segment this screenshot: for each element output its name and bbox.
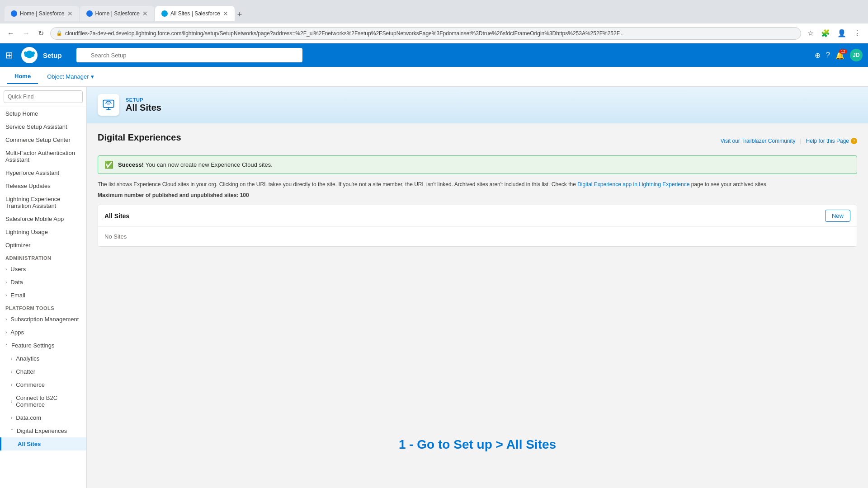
sites-table-body: No Sites [98,227,857,246]
platform-section-header: PLATFORM TOOLS [0,302,86,313]
chevron-down-icon-2: ˅ [5,343,8,348]
chevron-right-icon-7: › [11,369,12,374]
tab-favicon-3 [161,10,168,17]
salesforce-logo [21,47,38,63]
sidebar-item-connect-b2c[interactable]: › Connect to B2C Commerce [0,391,86,411]
sidebar-item-lightning-usage[interactable]: Lightning Usage [0,225,86,239]
sidebar-item-optimizer[interactable]: Optimizer [0,239,86,252]
main-layout: Setup Home Service Setup Assistant Comme… [0,87,868,488]
sidebar-item-release-updates[interactable]: Release Updates [0,179,86,192]
chevron-down-icon: ▾ [91,73,94,80]
sidebar-item-commerce-setup[interactable]: Commerce Setup Center [0,133,86,146]
help-link[interactable]: Help for this Page ? [806,138,857,144]
max-sites-text: Maximum number of published and unpublis… [98,192,857,198]
page-header-icon [98,94,119,116]
sidebar-item-email[interactable]: › Email [0,289,86,302]
content-inner: Digital Experiences Visit our Trailblaze… [87,123,868,256]
success-banner: ✅ Success! You can now create new Experi… [98,155,857,174]
browser-tab-2[interactable]: Home | Salesforce ✕ [80,6,155,21]
url-text: cloudfiles-2a-dev-ed.develop.lightning.f… [65,30,795,37]
address-bar[interactable]: 🔒 cloudfiles-2a-dev-ed.develop.lightning… [50,27,801,40]
header-search-wrapper: 🔍 [76,48,302,62]
sidebar-search-input[interactable] [4,90,83,103]
sidebar-item-subscription[interactable]: › Subscription Management [0,313,86,326]
sub-nav-home[interactable]: Home [7,69,38,84]
tab-favicon-1 [11,10,17,17]
tab-close-2[interactable]: ✕ [142,10,148,17]
tab-favicon-2 [86,10,93,17]
sidebar-item-feature-settings[interactable]: ˅ Feature Settings [0,339,86,352]
sidebar-item-analytics[interactable]: › Analytics [0,352,86,365]
help-separator: | [800,138,801,144]
sites-table-title: All Sites [104,212,129,220]
app-header: ⊞ Setup 🔍 ⊕ ? 🔔 12 JD [0,43,868,67]
sidebar-item-all-sites[interactable]: All Sites [0,437,86,450]
browser-tab-1[interactable]: Home | Salesforce ✕ [5,6,79,21]
content-title: Digital Experiences [98,132,181,143]
svg-point-1 [107,102,110,105]
browser-tabs: Home | Salesforce ✕ Home | Salesforce ✕ … [5,6,863,21]
chevron-down-icon-3: ˅ [11,428,13,433]
success-text: Success! You can now create new Experien… [118,161,273,168]
sites-table: All Sites New No Sites [98,205,857,247]
chevron-right-icon-9: › [11,399,12,404]
sidebar-item-data[interactable]: › Data [0,276,86,289]
chevron-right-icon-10: › [11,415,12,420]
chevron-right-icon-4: › [5,317,7,322]
info-text-before: The list shows Experience Cloud sites in… [98,181,577,188]
sidebar-item-digital-experiences[interactable]: ˅ Digital Experiences [0,424,86,437]
search-input[interactable] [76,48,302,62]
avatar[interactable]: JD [850,49,863,61]
notification-icon[interactable]: 🔔 12 [835,51,844,60]
sidebar-item-chatter[interactable]: › Chatter [0,365,86,378]
trailblazer-link[interactable]: Visit our Trailblazer Community [721,138,796,144]
header-right: ⊕ ? 🔔 12 JD [815,49,863,61]
sidebar-item-datacom[interactable]: › Data.com [0,411,86,424]
chevron-right-icon-8: › [11,382,12,387]
sidebar-item-hyperforce[interactable]: Hyperforce Assistant [0,166,86,179]
menu-button[interactable]: ⋮ [852,27,863,39]
sidebar-item-mobile-app[interactable]: Salesforce Mobile App [0,212,86,225]
add-icon[interactable]: ⊕ [815,51,821,60]
sites-table-header: All Sites New [98,205,857,227]
new-site-button[interactable]: New [825,210,850,222]
help-circle-icon: ? [851,138,857,144]
sidebar-item-setup-home[interactable]: Setup Home [0,107,86,120]
waffle-icon[interactable]: ⊞ [5,50,13,61]
back-button[interactable]: ← [5,28,16,39]
chevron-right-icon-3: › [5,293,7,298]
lock-icon: 🔒 [56,30,62,36]
profile-button[interactable]: 👤 [835,27,848,39]
chevron-right-icon-2: › [5,280,7,285]
tab-label-2: Home | Salesforce [95,10,140,17]
sidebar-item-lightning-transition[interactable]: Lightning Experience Transition Assistan… [0,192,86,212]
info-text: The list shows Experience Cloud sites in… [98,180,857,188]
sidebar-item-apps[interactable]: › Apps [0,326,86,339]
browser-chrome: Home | Salesforce ✕ Home | Salesforce ✕ … [0,0,868,23]
setup-label[interactable]: Setup [43,52,62,59]
new-tab-button[interactable]: + [236,8,244,21]
sidebar-search-wrapper [0,87,86,107]
digital-experience-link[interactable]: Digital Experience app in Lightning Expe… [577,181,689,188]
sidebar-item-users[interactable]: › Users [0,263,86,276]
sub-nav-object-manager[interactable]: Object Manager ▾ [40,70,101,84]
sub-nav: Home Object Manager ▾ [0,67,868,87]
tab-close-3[interactable]: ✕ [223,10,228,17]
success-icon: ✅ [104,160,113,169]
setup-label-text: SETUP [126,97,161,103]
sidebar-item-commerce[interactable]: › Commerce [0,378,86,391]
sidebar-item-mfa[interactable]: Multi-Factor Authentication Assistant [0,146,86,166]
page-title: All Sites [126,103,161,113]
help-link-text: Help for this Page [806,138,849,144]
reload-button[interactable]: ↻ [36,27,46,39]
tab-label-3: All Sites | Salesforce [170,10,220,17]
help-icon[interactable]: ? [826,51,830,59]
tab-close-1[interactable]: ✕ [67,10,73,17]
forward-button[interactable]: → [21,28,32,39]
page-header-text: SETUP All Sites [126,97,161,113]
extensions-button[interactable]: 🧩 [819,27,832,39]
browser-tab-3[interactable]: All Sites | Salesforce ✕ [155,6,235,21]
bookmark-button[interactable]: ☆ [806,27,816,39]
sidebar-item-service-setup[interactable]: Service Setup Assistant [0,120,86,133]
success-bold: Success! [118,161,144,168]
